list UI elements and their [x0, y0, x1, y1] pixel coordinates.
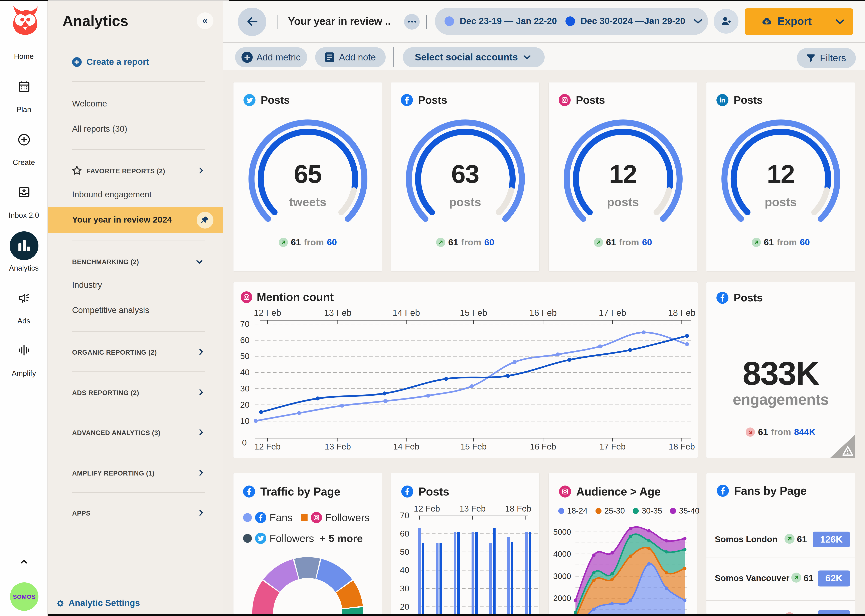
svg-text:17 Feb: 17 Feb: [599, 308, 626, 317]
svg-text:2000: 2000: [553, 594, 571, 602]
svg-text:0: 0: [242, 438, 247, 447]
svg-text:70: 70: [240, 319, 250, 328]
svg-text:12 Feb: 12 Feb: [414, 504, 440, 513]
svg-text:16 Feb: 16 Feb: [529, 308, 557, 317]
svg-text:20: 20: [400, 602, 409, 611]
svg-text:12 Feb: 12 Feb: [254, 308, 282, 317]
svg-text:13 Feb: 13 Feb: [324, 308, 352, 317]
svg-text:60: 60: [240, 335, 250, 345]
svg-text:15 Feb: 15 Feb: [461, 442, 487, 451]
svg-text:18 Feb: 18 Feb: [668, 308, 696, 317]
svg-text:40: 40: [240, 368, 250, 377]
svg-text:10: 10: [240, 416, 250, 426]
svg-text:12 Feb: 12 Feb: [255, 442, 281, 451]
svg-text:40: 40: [400, 565, 409, 575]
svg-text:5000: 5000: [553, 527, 571, 536]
svg-text:20: 20: [240, 400, 250, 409]
svg-text:30: 30: [400, 584, 409, 593]
svg-text:18 Feb: 18 Feb: [505, 504, 532, 513]
svg-text:14 Feb: 14 Feb: [393, 442, 420, 451]
svg-text:50: 50: [240, 351, 250, 361]
svg-text:70: 70: [400, 511, 409, 520]
svg-text:4000: 4000: [553, 549, 571, 558]
svg-text:15 Feb: 15 Feb: [460, 308, 488, 317]
svg-text:17 Feb: 17 Feb: [599, 442, 626, 451]
svg-text:14 Feb: 14 Feb: [393, 308, 420, 317]
svg-text:16 Feb: 16 Feb: [530, 442, 556, 451]
svg-text:50: 50: [400, 547, 409, 556]
svg-text:30: 30: [240, 383, 250, 393]
svg-text:13 Feb: 13 Feb: [459, 504, 486, 513]
svg-text:18 Feb: 18 Feb: [669, 442, 695, 451]
svg-text:60: 60: [400, 529, 409, 538]
svg-text:13 Feb: 13 Feb: [325, 442, 351, 451]
svg-text:3000: 3000: [553, 572, 571, 580]
